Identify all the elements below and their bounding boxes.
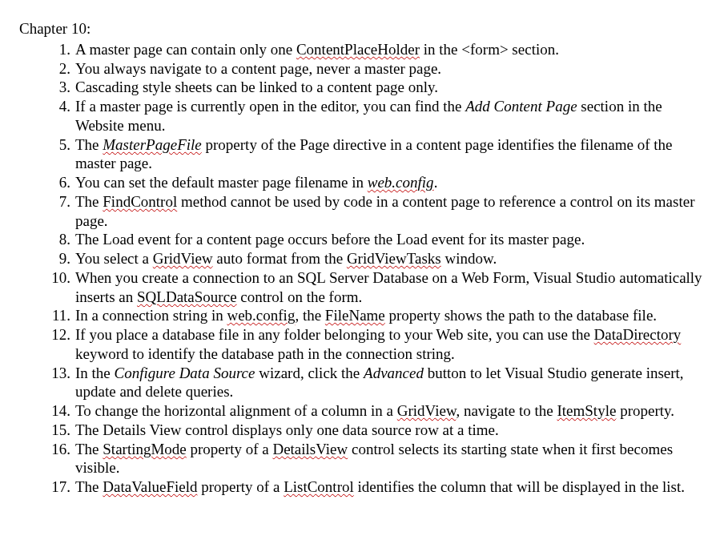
text-segment: You select a [75,250,153,267]
text-segment: FileName [325,307,385,324]
text-segment: identifies the column that will be displ… [354,478,685,495]
list-item: A master page can contain only one Conte… [75,40,704,59]
text-segment: wizard, click the [255,365,364,381]
text-segment: web.config [227,307,295,324]
text-segment: DataValueField [103,478,197,495]
text-segment: property shows the path to the database … [385,307,657,324]
text-segment: Cascading style sheets can be linked to … [75,79,438,95]
text-segment: , navigate to the [456,402,557,419]
text-segment: property of a [187,441,273,457]
list-item: The StartingMode property of a DetailsVi… [75,440,704,478]
text-segment: ItemStyle [557,402,616,419]
text-segment: window. [441,250,497,267]
list-item: In a connection string in web.config, th… [75,306,704,325]
text-segment: In the [75,365,115,381]
text-segment: To change the horizontal alignment of a … [75,402,397,419]
text-segment: DataDirectory [594,326,682,343]
text-segment: Configure Data Source [115,365,255,381]
list-item: The FindControl method cannot be used by… [75,192,704,231]
text-segment: You can set the default master page file… [75,174,368,191]
text-segment: StartingMode [103,441,187,457]
list-item: The MasterPageFile property of the Page … [75,135,704,174]
text-segment: The [75,136,103,153]
text-segment: in the <form> section. [420,41,559,58]
chapter-title: Chapter 10: [19,19,704,38]
text-segment: The Details View control displays only o… [75,421,499,438]
text-segment: GridView [153,250,213,267]
text-segment: control on the form. [237,288,363,305]
list-item: If a master page is currently open in th… [75,97,704,135]
list-item: You always navigate to a content page, n… [75,59,704,79]
text-segment: Advanced [364,365,424,381]
text-segment: property of a [197,478,284,495]
text-segment: The [75,441,103,457]
item-list: A master page can contain only one Conte… [19,40,704,497]
text-segment: auto format from the [213,250,347,267]
text-segment: ContentPlaceHolder [296,41,420,58]
text-segment: ListControl [284,478,354,495]
text-segment: A master page can contain only one [75,41,296,58]
list-item: The Load event for a content page occurs… [75,230,704,249]
list-item: You select a GridView auto format from t… [75,249,704,268]
text-segment: You always navigate to a content page, n… [75,60,441,77]
list-item: Cascading style sheets can be linked to … [75,78,704,97]
text-segment: If you place a database file in any fold… [75,326,594,343]
text-segment: DetailsView [272,441,348,457]
text-segment: web.config [368,174,434,191]
text-segment: FindControl [103,193,177,210]
list-item: When you create a connection to an SQL S… [75,268,704,307]
list-item: If you place a database file in any fold… [75,325,704,364]
list-item: The Details View control displays only o… [75,421,704,440]
text-segment: Add Content Page [465,98,577,115]
text-segment: , the [295,307,324,324]
text-segment: . [434,174,438,191]
text-segment: The Load event for a content page occurs… [75,231,585,248]
list-item: In the Configure Data Source wizard, cli… [75,364,704,402]
text-segment: SQLDataSource [137,288,237,305]
text-segment: property. [616,402,674,419]
text-segment: In a connection string in [75,307,227,324]
list-item: You can set the default master page file… [75,173,704,192]
list-item: The DataValueField property of a ListCon… [75,477,704,497]
list-item: To change the horizontal alignment of a … [75,401,704,421]
text-segment: The [75,478,103,495]
text-segment: GridViewTasks [347,250,441,267]
text-segment: The [75,193,103,210]
text-segment: MasterPageFile [103,136,201,153]
text-segment: If a master page is currently open in th… [75,98,465,115]
text-segment: GridView [397,402,457,419]
text-segment: keyword to identify the database path in… [75,345,455,362]
